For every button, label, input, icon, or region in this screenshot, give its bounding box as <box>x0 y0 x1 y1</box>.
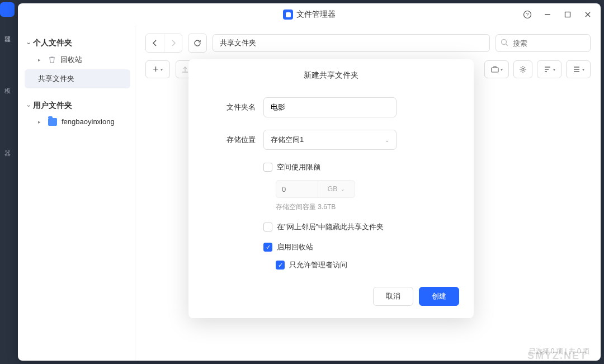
sidebar-section-label: 用户文件夹 <box>33 101 72 111</box>
modal-title: 新建共享文件夹 <box>203 70 459 81</box>
chevron-down-icon: ⌄ <box>385 137 389 143</box>
recycle-label: 启用回收站 <box>277 242 313 252</box>
folder-icon <box>48 118 57 126</box>
expand-icon: ▸ <box>38 57 44 63</box>
admin-only-checkbox[interactable]: ✓ <box>276 261 285 270</box>
location-select[interactable]: 存储空间1 ⌄ <box>263 130 397 150</box>
sidebar-section-user[interactable]: › 用户文件夹 <box>25 98 130 113</box>
folder-name-input[interactable] <box>263 97 397 117</box>
new-share-folder-modal: 新建共享文件夹 文件夹名 存储位置 存储空间1 ⌄ 空间使用限额 GB ⌄ <box>188 59 474 318</box>
task-button[interactable]: ▾ <box>484 60 509 78</box>
sidebar-item-label: 共享文件夹 <box>38 74 74 84</box>
refresh-button[interactable] <box>188 34 206 52</box>
chevron-down-icon: › <box>26 105 32 106</box>
hide-checkbox[interactable] <box>263 223 272 231</box>
hide-label: 在"网上邻居"中隐藏此共享文件夹 <box>277 222 384 232</box>
create-button[interactable]: 创建 <box>419 287 459 306</box>
maximize-button[interactable] <box>559 7 576 22</box>
add-button[interactable]: +▾ <box>145 60 170 78</box>
close-button[interactable] <box>579 7 596 22</box>
minimize-button[interactable] <box>539 7 556 22</box>
sidebar-item-shared[interactable]: 共享文件夹 <box>25 69 130 88</box>
sidebar-section-personal[interactable]: › 个人文件夹 <box>25 36 130 50</box>
quota-checkbox[interactable] <box>263 163 272 172</box>
sidebar: › 个人文件夹 ▸ 回收站 共享文件夹 › 用户文件夹 <box>18 26 135 361</box>
cancel-button[interactable]: 取消 <box>373 287 413 306</box>
chevron-down-icon: › <box>26 42 32 44</box>
question-icon[interactable]: ? <box>519 7 536 22</box>
sidebar-item-label: 回收站 <box>60 55 82 65</box>
watermark: SMYZ.NET <box>527 350 587 362</box>
sidebar-item-recycle[interactable]: ▸ 回收站 <box>25 50 130 69</box>
nav-back-button[interactable] <box>146 34 164 52</box>
sidebar-item-label: fengbaoyinxiong <box>62 117 115 126</box>
folder-name-label: 文件夹名 <box>203 102 256 112</box>
nav-forward-button[interactable] <box>164 34 182 52</box>
svg-point-16 <box>522 68 524 70</box>
admin-label: 只允许管理者访问 <box>289 260 347 270</box>
svg-text:?: ? <box>526 12 528 17</box>
search-icon <box>501 39 508 46</box>
os-dock: 理器 板 器 <box>0 0 15 364</box>
recycle-checkbox[interactable]: ✓ <box>263 243 272 252</box>
app-icon <box>283 10 293 20</box>
chevron-down-icon: ⌄ <box>341 186 345 192</box>
sidebar-section-label: 个人文件夹 <box>33 38 72 48</box>
dock-item[interactable]: 板 <box>0 68 15 97</box>
quota-unit-select: GB ⌄ <box>318 180 355 198</box>
svg-rect-15 <box>492 68 498 72</box>
file-manager-window: 文件管理器 ? › 个人文件夹 ▸ <box>18 3 601 361</box>
dock-item[interactable] <box>0 2 15 17</box>
svg-point-6 <box>502 40 507 45</box>
sort-button[interactable]: ▾ <box>537 60 561 78</box>
quota-input <box>276 180 318 198</box>
svg-rect-3 <box>565 12 570 17</box>
settings-button[interactable] <box>513 60 532 78</box>
search-input[interactable] <box>496 34 591 52</box>
sidebar-item-user-folder[interactable]: ▸ fengbaoyinxiong <box>25 113 130 130</box>
capacity-hint: 存储空间容量 3.6TB <box>276 202 459 212</box>
location-label: 存储位置 <box>203 135 256 145</box>
expand-icon: ▸ <box>38 119 44 125</box>
svg-line-7 <box>506 44 508 46</box>
titlebar: 文件管理器 ? <box>18 3 601 26</box>
location-value: 存储空间1 <box>271 135 304 145</box>
quota-label: 空间使用限额 <box>277 162 320 172</box>
app-title: 文件管理器 <box>296 10 336 20</box>
path-input[interactable] <box>213 34 490 52</box>
trash-icon <box>48 56 56 64</box>
dock-item[interactable]: 器 <box>0 131 15 160</box>
dock-item[interactable]: 理器 <box>0 17 15 46</box>
view-button[interactable]: ▾ <box>566 60 591 78</box>
